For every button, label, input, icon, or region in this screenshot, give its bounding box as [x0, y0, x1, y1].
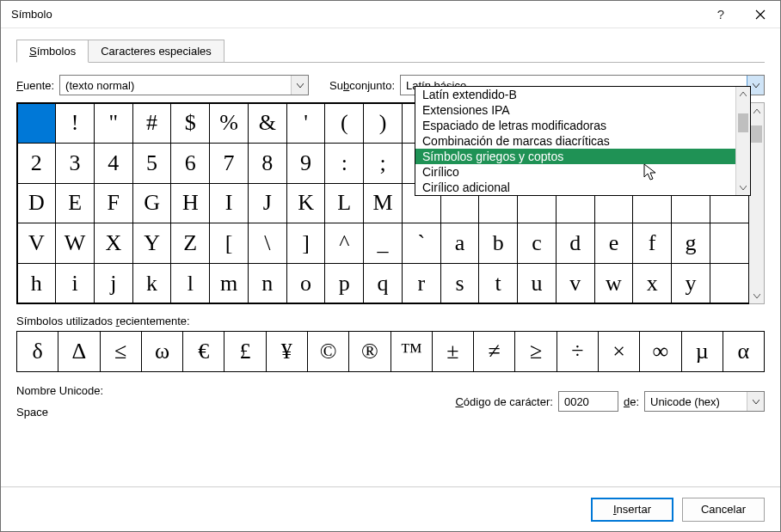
recent-char-cell[interactable]: α	[723, 332, 764, 371]
recent-char-cell[interactable]: µ	[682, 332, 723, 371]
char-cell[interactable]: K	[286, 183, 326, 224]
recent-char-cell[interactable]: ≠	[474, 332, 515, 371]
grid-scrollbar[interactable]	[749, 102, 765, 304]
char-cell[interactable]: $	[170, 103, 210, 144]
font-combo[interactable]: (texto normal)	[59, 75, 309, 95]
recent-char-cell[interactable]: ±	[433, 332, 474, 371]
char-cell[interactable]: [	[209, 223, 249, 264]
char-cell[interactable]: k	[132, 263, 172, 304]
subset-option[interactable]: Cirílico	[415, 164, 735, 180]
char-cell[interactable]: I	[209, 183, 249, 224]
char-cell[interactable]: 2	[17, 143, 57, 184]
char-cell[interactable]: Y	[132, 223, 172, 264]
recent-char-cell[interactable]: ®	[349, 332, 390, 371]
subset-option[interactable]: Símbolos griegos y coptos	[415, 149, 735, 164]
subset-option[interactable]: Latín extendido-B	[415, 87, 735, 102]
char-cell[interactable]: 9	[286, 143, 326, 184]
char-cell[interactable]: \	[248, 223, 287, 264]
font-combo-button[interactable]	[291, 76, 308, 95]
char-cell[interactable]	[17, 103, 57, 144]
char-cell[interactable]: p	[324, 263, 364, 304]
char-cell[interactable]: r	[402, 263, 441, 304]
char-cell[interactable]: ;	[363, 143, 403, 184]
char-cell[interactable]: `	[402, 223, 441, 264]
help-button[interactable]: ?	[701, 1, 741, 28]
char-cell[interactable]: s	[440, 263, 480, 304]
char-cell[interactable]: v	[556, 263, 595, 304]
char-cell[interactable]: o	[286, 263, 326, 304]
cancel-button[interactable]: Cancelar	[682, 498, 765, 522]
recent-symbols-grid[interactable]: δΔ≤ω€£¥©®™±≠≥÷×∞µα	[16, 331, 765, 372]
char-cell[interactable]: !	[55, 103, 95, 144]
char-cell[interactable]: :	[324, 143, 364, 184]
recent-char-cell[interactable]: €	[183, 332, 224, 371]
char-cell[interactable]: )	[363, 103, 403, 144]
recent-char-cell[interactable]: ©	[308, 332, 349, 371]
char-cell[interactable]: f	[632, 223, 672, 264]
char-cell[interactable]: G	[132, 183, 172, 224]
char-cell[interactable]: M	[363, 183, 403, 224]
recent-char-cell[interactable]: Δ	[58, 332, 100, 371]
char-cell[interactable]: ^	[324, 223, 364, 264]
scroll-down-button[interactable]	[749, 288, 764, 303]
char-cell[interactable]: "	[94, 103, 133, 144]
char-cell[interactable]: a	[440, 223, 480, 264]
recent-char-cell[interactable]: ™	[391, 332, 433, 371]
insert-button[interactable]: Insertar	[591, 498, 673, 522]
scroll-thumb[interactable]	[751, 125, 762, 143]
char-cell[interactable]: j	[94, 263, 133, 304]
char-cell[interactable]: 3	[55, 143, 95, 184]
char-cell[interactable]: w	[594, 263, 634, 304]
subset-option[interactable]: Cirílico adicional	[415, 180, 735, 195]
char-cell[interactable]: t	[478, 263, 518, 304]
char-cell[interactable]: (	[324, 103, 364, 144]
tab-symbols[interactable]: Símbolos	[16, 40, 89, 63]
subset-option[interactable]: Extensiones IPA	[415, 102, 735, 118]
char-cell[interactable]	[710, 223, 749, 264]
close-button[interactable]	[741, 1, 780, 28]
char-cell[interactable]: h	[17, 263, 57, 304]
char-cell[interactable]: n	[248, 263, 287, 304]
char-cell[interactable]: X	[94, 223, 133, 264]
dropdown-scroll-up[interactable]	[736, 87, 750, 101]
dropdown-scroll-track[interactable]	[736, 101, 750, 180]
char-cell[interactable]: d	[556, 223, 595, 264]
char-cell[interactable]	[710, 263, 749, 304]
recent-char-cell[interactable]: ¥	[267, 332, 308, 371]
char-cell[interactable]: %	[209, 103, 249, 144]
char-code-input[interactable]	[558, 391, 618, 412]
encoding-combo[interactable]: Unicode (hex)	[644, 391, 765, 412]
char-cell[interactable]: b	[478, 223, 518, 264]
char-cell[interactable]: H	[170, 183, 210, 224]
char-cell[interactable]: l	[170, 263, 210, 304]
scroll-up-button[interactable]	[749, 103, 764, 119]
recent-char-cell[interactable]: £	[224, 332, 266, 371]
char-cell[interactable]: D	[17, 183, 57, 224]
char-cell[interactable]: i	[55, 263, 95, 304]
tab-special-characters[interactable]: Caracteres especiales	[88, 40, 224, 62]
char-cell[interactable]: _	[363, 223, 403, 264]
recent-char-cell[interactable]: ω	[142, 332, 183, 371]
char-cell[interactable]: Z	[170, 223, 210, 264]
char-cell[interactable]: F	[94, 183, 133, 224]
char-cell[interactable]: E	[55, 183, 95, 224]
char-cell[interactable]: 4	[94, 143, 133, 184]
dropdown-scroll-thumb[interactable]	[738, 113, 748, 132]
char-cell[interactable]: L	[324, 183, 364, 224]
recent-char-cell[interactable]: ≥	[515, 332, 557, 371]
subset-option[interactable]: Espaciado de letras modificadoras	[415, 118, 735, 133]
encoding-combo-button[interactable]	[747, 392, 764, 411]
char-cell[interactable]: #	[132, 103, 172, 144]
char-cell[interactable]: 6	[170, 143, 210, 184]
dropdown-scrollbar[interactable]	[735, 87, 750, 195]
subset-option[interactable]: Combinación de marcas diacríticas	[415, 133, 735, 149]
recent-char-cell[interactable]: ≤	[101, 332, 142, 371]
char-cell[interactable]: e	[594, 223, 634, 264]
char-cell[interactable]: &	[248, 103, 287, 144]
dropdown-scroll-down[interactable]	[736, 180, 750, 195]
scroll-track[interactable]	[749, 119, 764, 288]
char-cell[interactable]: u	[517, 263, 557, 304]
char-cell[interactable]: g	[671, 223, 710, 264]
char-cell[interactable]: x	[632, 263, 672, 304]
recent-char-cell[interactable]: ∞	[640, 332, 681, 371]
